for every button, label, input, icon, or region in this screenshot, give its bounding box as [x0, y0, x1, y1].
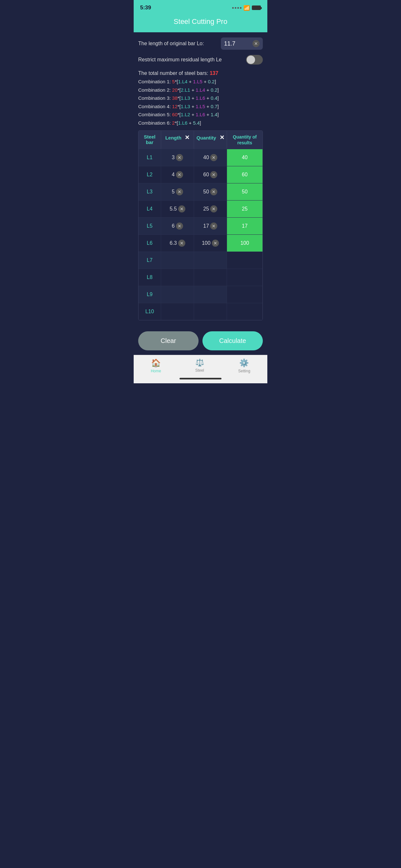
row-l2-result: 60 — [227, 166, 263, 183]
row-l7-label: L7 — [138, 252, 161, 269]
row-l8-length[interactable] — [161, 269, 194, 286]
home-indicator — [134, 375, 267, 383]
combo2-res: 0.2 — [211, 87, 217, 93]
lo-clear-button[interactable]: ✕ — [252, 40, 259, 47]
row-l2-qty[interactable]: 60 ✕ — [194, 166, 227, 183]
row-l9-qty[interactable] — [194, 286, 227, 303]
row-l1-result: 40 — [227, 149, 263, 166]
l4-length-clear[interactable]: ✕ — [178, 206, 185, 213]
calculate-button[interactable]: Calculate — [203, 331, 263, 350]
row-l2-length[interactable]: 4 ✕ — [161, 166, 194, 183]
l6-length-clear[interactable]: ✕ — [178, 240, 185, 247]
row-l3-qty[interactable]: 50 ✕ — [194, 183, 227, 200]
l2-qty-clear[interactable]: ✕ — [210, 171, 217, 178]
row-l10-qty[interactable] — [194, 303, 227, 320]
combo4-mult: 12 — [172, 104, 178, 109]
tab-steel-label: Steel — [195, 368, 204, 373]
row-l8-qty[interactable] — [194, 269, 227, 286]
status-bar: 5:39 📶 — [134, 0, 267, 14]
row-l3-length[interactable]: 5 ✕ — [161, 183, 194, 200]
row-l9-length[interactable] — [161, 286, 194, 303]
combo3-mult: 38 — [172, 95, 178, 101]
combo-5: Combination 5: 60*[1.L2 + 1.L6 + 1.4] — [138, 111, 263, 119]
table-row: L1 3 ✕ 40 ✕ 40 — [138, 149, 263, 166]
l3-qty-clear[interactable]: ✕ — [210, 188, 217, 195]
row-l7-qty[interactable] — [194, 252, 227, 269]
combo4-res: 0.7 — [211, 104, 217, 109]
main-content: The length of original bar Lo: ✕ Restric… — [134, 32, 267, 320]
combo3-p1: 1.L3 — [181, 95, 190, 101]
combo-6: Combination 6: 2*[1.L6 + 5.4] — [138, 120, 263, 127]
row-l4-result: 25 — [227, 200, 263, 217]
row-l5-qty[interactable]: 17 ✕ — [194, 218, 227, 235]
l5-length-clear[interactable]: ✕ — [176, 222, 183, 229]
combo1-res: 0.2 — [208, 79, 215, 84]
l4-qty-clear[interactable]: ✕ — [210, 206, 217, 213]
row-l10-length[interactable] — [161, 303, 194, 320]
l3-length-clear[interactable]: ✕ — [176, 188, 183, 195]
lo-input-container: ✕ — [221, 37, 263, 50]
table-row: L10 — [138, 303, 263, 320]
row-l6-label: L6 — [138, 235, 161, 252]
combo6-p1: 1.L6 — [178, 120, 187, 126]
row-l4-qty[interactable]: 25 ✕ — [194, 200, 227, 217]
combo2-p1: 2.L1 — [181, 87, 190, 93]
combo2-label: Combination 2: — [138, 87, 172, 93]
lo-input-row: The length of original bar Lo: ✕ — [138, 37, 263, 50]
l1-qty-clear[interactable]: ✕ — [210, 154, 217, 161]
row-l5-result: 17 — [227, 218, 263, 235]
combo4-p2: 1.L5 — [196, 104, 205, 109]
app-title: Steel Cutting Pro — [174, 18, 227, 26]
l2-length-clear[interactable]: ✕ — [176, 171, 183, 178]
row-l9-result — [227, 286, 263, 303]
tab-steel[interactable]: ⚖️ Steel — [195, 359, 204, 373]
lo-input[interactable] — [224, 40, 250, 47]
signal-dots-icon — [232, 7, 242, 9]
row-l1-length[interactable]: 3 ✕ — [161, 149, 194, 166]
tab-home[interactable]: 🏠 Home — [151, 359, 161, 373]
th-quantity-clear-icon[interactable]: ✕ — [220, 134, 224, 141]
lo-label: The length of original bar Lo: — [138, 41, 218, 46]
home-bar — [180, 378, 221, 379]
row-l9-label: L9 — [138, 286, 161, 303]
row-l6-length[interactable]: 6.3 ✕ — [161, 235, 194, 252]
th-length-clear-icon[interactable]: ✕ — [185, 134, 189, 141]
combo-2: Combination 2: 20*[2.L1 + 1.L4 + 0.2] — [138, 87, 263, 94]
row-l4-length[interactable]: 5.5 ✕ — [161, 200, 194, 217]
app-header: Steel Cutting Pro — [134, 14, 267, 32]
total-line: The total number of steel bars: 137 — [138, 70, 263, 76]
tab-bar: 🏠 Home ⚖️ Steel ⚙️ Setting — [134, 355, 267, 375]
status-icons: 📶 — [232, 5, 261, 11]
row-l6-qty[interactable]: 100 ✕ — [194, 235, 227, 252]
combo2-p2: 1.L4 — [196, 87, 205, 93]
clear-button[interactable]: Clear — [138, 331, 198, 350]
row-l5-length[interactable]: 6 ✕ — [161, 218, 194, 235]
row-l8-label: L8 — [138, 269, 161, 286]
row-l8-result — [227, 269, 263, 286]
table-row: L5 6 ✕ 17 ✕ 17 — [138, 217, 263, 235]
l6-qty-clear[interactable]: ✕ — [212, 240, 219, 247]
l5-qty-clear[interactable]: ✕ — [210, 222, 217, 229]
steel-icon: ⚖️ — [195, 359, 204, 367]
tab-setting[interactable]: ⚙️ Setting — [238, 359, 250, 373]
row-l5-label: L5 — [138, 218, 161, 235]
combo3-label: Combination 3: — [138, 95, 172, 101]
l1-length-clear[interactable]: ✕ — [176, 154, 183, 161]
combo5-p1: 1.L2 — [181, 112, 190, 117]
th-length: Length ✕ — [161, 131, 194, 149]
total-label: The total number of steel bars: — [138, 70, 208, 76]
tab-home-label: Home — [151, 369, 161, 373]
row-l1-qty[interactable]: 40 ✕ — [194, 149, 227, 166]
battery-icon — [252, 5, 261, 10]
th-steel-bar: Steel bar — [138, 131, 161, 149]
combo-3: Combination 3: 38*[1.L3 + 1.L6 + 0.4] — [138, 95, 263, 102]
row-l2-label: L2 — [138, 166, 161, 183]
table-header: Steel bar Length ✕ Quantity ✕ Quantity o… — [138, 131, 263, 149]
steel-table: Steel bar Length ✕ Quantity ✕ Quantity o… — [138, 130, 263, 320]
wifi-icon: 📶 — [243, 5, 250, 11]
table-row: L6 6.3 ✕ 100 ✕ 100 — [138, 235, 263, 252]
table-row: L2 4 ✕ 60 ✕ 60 — [138, 166, 263, 183]
restrict-toggle[interactable] — [246, 55, 263, 65]
combo3-res: 0.4 — [211, 95, 217, 101]
row-l7-length[interactable] — [161, 252, 194, 269]
